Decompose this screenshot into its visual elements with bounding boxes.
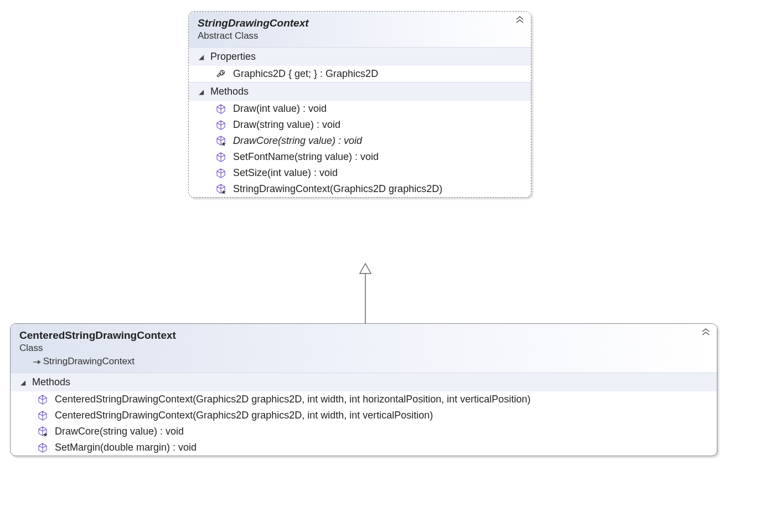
class-name: CenteredStringDrawingContext: [19, 329, 708, 342]
section-header[interactable]: ◢Properties: [189, 47, 531, 66]
class-header: CenteredStringDrawingContext Class Strin…: [11, 324, 717, 373]
member-row[interactable]: SetSize(int value) : void: [189, 165, 531, 181]
member-row[interactable]: CenteredStringDrawingContext(Graphics2D …: [11, 407, 717, 423]
member-text: DrawCore(string value) : void: [233, 135, 362, 147]
member-row[interactable]: CenteredStringDrawingContext(Graphics2D …: [11, 391, 717, 407]
cube-star-icon: [215, 184, 226, 195]
member-row[interactable]: SetMargin(double margin) : void: [11, 440, 717, 456]
member-text: SetFontName(string value) : void: [233, 151, 379, 163]
member-text: Graphics2D { get; } : Graphics2D: [233, 68, 378, 80]
wrench-icon: [215, 69, 226, 80]
expand-triangle-icon: ◢: [199, 53, 204, 61]
svg-marker-3: [38, 360, 41, 364]
member-text: StringDrawingContext(Graphics2D graphics…: [233, 183, 442, 195]
member-text: DrawCore(string value) : void: [55, 426, 184, 437]
member-row[interactable]: SetFontName(string value) : void: [189, 149, 531, 165]
cube-icon: [37, 442, 48, 453]
cube-icon: [37, 410, 48, 421]
class-header: StringDrawingContext Abstract Class: [189, 12, 531, 47]
section-title: Properties: [210, 51, 256, 63]
cube-icon: [215, 120, 226, 131]
member-text: SetMargin(double margin) : void: [55, 442, 197, 453]
base-class: StringDrawingContext: [19, 356, 708, 367]
cube-icon: [37, 394, 48, 405]
inherits-arrow-icon: [33, 359, 41, 365]
inheritance-arrow: [354, 262, 376, 323]
member-text: CenteredStringDrawingContext(Graphics2D …: [55, 410, 433, 421]
class-name: StringDrawingContext: [198, 17, 522, 29]
member-text: Draw(string value) : void: [233, 119, 340, 131]
expand-triangle-icon: ◢: [199, 88, 204, 96]
cube-icon: [215, 104, 226, 115]
member-row[interactable]: DrawCore(string value) : void: [189, 133, 531, 149]
expand-triangle-icon: ◢: [20, 379, 25, 386]
base-class-name: StringDrawingContext: [43, 356, 135, 366]
cube-icon: [215, 152, 226, 163]
member-row[interactable]: Draw(int value) : void: [189, 101, 531, 117]
member-row[interactable]: Graphics2D { get; } : Graphics2D: [189, 66, 531, 82]
class-stereotype: Abstract Class: [198, 30, 522, 42]
class-box-stringdrawingcontext[interactable]: StringDrawingContext Abstract Class ◢Pro…: [188, 11, 531, 198]
member-row[interactable]: Draw(string value) : void: [189, 117, 531, 133]
svg-marker-1: [360, 264, 371, 273]
cube-star-icon: [37, 426, 48, 437]
cube-star-icon: [215, 136, 226, 147]
section-title: Methods: [32, 376, 70, 388]
member-text: CenteredStringDrawingContext(Graphics2D …: [55, 394, 530, 405]
collapse-icon[interactable]: [701, 328, 710, 336]
member-row[interactable]: DrawCore(string value) : void: [11, 423, 717, 440]
member-text: SetSize(int value) : void: [233, 167, 338, 179]
section-header[interactable]: ◢Methods: [189, 82, 531, 101]
cube-icon: [215, 168, 226, 179]
section-title: Methods: [210, 86, 249, 97]
section-header[interactable]: ◢Methods: [11, 373, 717, 391]
member-row[interactable]: StringDrawingContext(Graphics2D graphics…: [189, 181, 531, 197]
class-box-centeredstringdrawingcontext[interactable]: CenteredStringDrawingContext Class Strin…: [10, 323, 717, 456]
collapse-icon[interactable]: [515, 16, 524, 24]
member-text: Draw(int value) : void: [233, 103, 327, 115]
class-stereotype: Class: [19, 343, 708, 354]
